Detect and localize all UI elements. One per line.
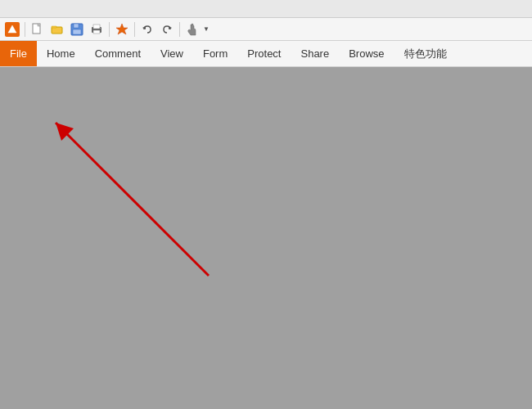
hand-tool-dropdown[interactable]: ▼: [203, 25, 210, 33]
svg-rect-9: [93, 25, 100, 29]
menu-browse-label: Browse: [349, 47, 384, 60]
menu-share[interactable]: Share: [291, 41, 339, 66]
svg-rect-6: [74, 24, 79, 28]
menu-browse[interactable]: Browse: [339, 41, 394, 66]
menu-view[interactable]: View: [151, 41, 193, 66]
svg-rect-7: [73, 29, 81, 34]
save-button[interactable]: [68, 20, 86, 38]
separator-3: [134, 22, 135, 37]
menu-special-label: 特色功能: [404, 47, 447, 61]
svg-marker-16: [56, 123, 74, 141]
main-content: [0, 67, 532, 409]
dropdown-arrow-icon: ▼: [203, 25, 210, 33]
toolbar: ▼: [0, 18, 532, 41]
title-bar: [0, 0, 532, 18]
menu-protect[interactable]: Protect: [237, 41, 291, 66]
menu-share-label: Share: [300, 47, 329, 60]
menu-comment-label: Comment: [95, 47, 141, 60]
separator-4: [179, 22, 180, 37]
svg-marker-0: [8, 25, 16, 33]
menu-comment[interactable]: Comment: [85, 41, 151, 66]
menu-form-label: Form: [203, 47, 228, 60]
undo-button[interactable]: [138, 20, 156, 38]
svg-line-15: [56, 123, 209, 276]
print-button[interactable]: [88, 20, 106, 38]
menu-special[interactable]: 特色功能: [394, 41, 457, 66]
svg-rect-11: [99, 28, 101, 29]
menu-bar: File Home Comment View Form Protect Shar…: [0, 41, 532, 67]
menu-form[interactable]: Form: [193, 41, 237, 66]
separator-2: [109, 22, 110, 37]
menu-file[interactable]: File: [0, 41, 37, 66]
menu-view-label: View: [160, 47, 183, 60]
hand-tool-button[interactable]: [183, 20, 201, 38]
svg-marker-12: [116, 24, 128, 34]
menu-home-label: Home: [47, 47, 75, 60]
app-logo-icon[interactable]: [3, 20, 21, 38]
svg-rect-10: [93, 30, 100, 34]
redo-button[interactable]: [158, 20, 176, 38]
svg-rect-4: [52, 26, 56, 28]
menu-protect-label: Protect: [247, 47, 281, 60]
annotation-arrow: [0, 67, 532, 409]
separator-1: [25, 22, 25, 37]
menu-home[interactable]: Home: [37, 41, 85, 66]
logo-shape: [5, 22, 20, 37]
new-file-button[interactable]: [29, 20, 47, 38]
favorite-button[interactable]: [113, 20, 131, 38]
open-file-button[interactable]: [48, 20, 66, 38]
menu-file-label: File: [10, 47, 27, 60]
